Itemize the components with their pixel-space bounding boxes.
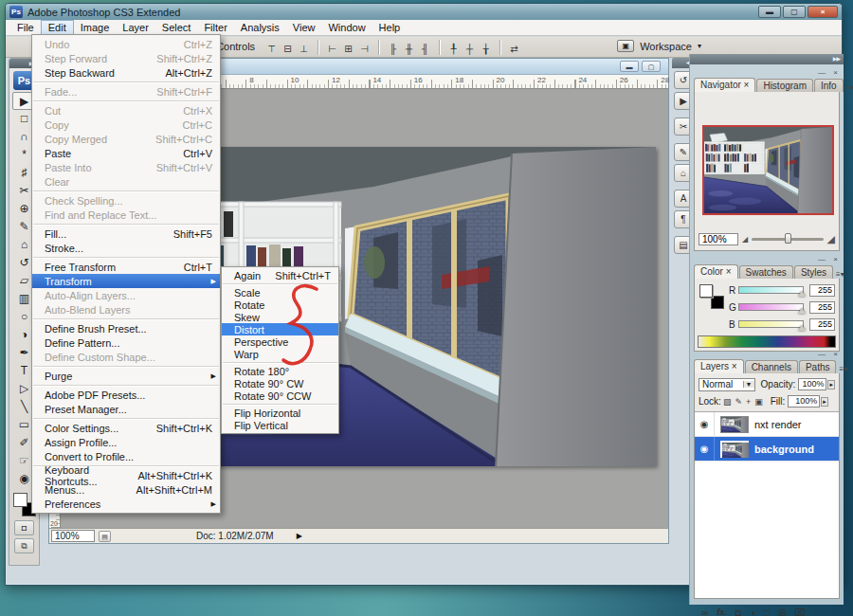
channel-slider[interactable]: [738, 320, 804, 328]
visibility-eye-icon[interactable]: ◉: [695, 412, 715, 436]
menubar-item-file[interactable]: File: [10, 20, 41, 35]
menubar-item-analysis[interactable]: Analysis: [234, 20, 286, 35]
slider-handle[interactable]: [785, 233, 791, 244]
menu-item-transform[interactable]: Transform▶: [32, 274, 220, 288]
workspace-menu[interactable]: ▣ Workspace ▾: [617, 40, 701, 52]
lock-icon[interactable]: ▣: [754, 397, 763, 407]
add-layer-mask-icon[interactable]: ◘: [735, 607, 741, 616]
screen-mode-button[interactable]: ⧉: [14, 538, 34, 553]
channel-slider[interactable]: [738, 286, 804, 294]
opacity-field[interactable]: 100%: [798, 378, 826, 390]
menu-item-auto-align-layers[interactable]: Auto-Align Layers...: [32, 288, 220, 302]
align-icon[interactable]: ⊢: [325, 41, 339, 55]
menu-item-cut[interactable]: CutCtrl+X: [32, 103, 220, 118]
navigator-zoom-field[interactable]: 100%: [699, 233, 738, 245]
dock-collapse-button[interactable]: ▶▶: [690, 54, 844, 64]
tab-info[interactable]: Info: [814, 79, 844, 92]
menu-item-rotate-90-cw[interactable]: Rotate 90° CW: [222, 377, 338, 390]
delete-layer-icon[interactable]: ⌧: [794, 607, 806, 616]
color-panel-swatches[interactable]: [699, 284, 724, 309]
panel-minimize-icon[interactable]: —: [818, 350, 826, 358]
panel-minimize-icon[interactable]: —: [818, 255, 826, 263]
menu-item-adobe-pdf-presets[interactable]: Adobe PDF Presets...: [32, 388, 220, 402]
menu-item-free-transform[interactable]: Free TransformCtrl+T: [32, 260, 220, 274]
menu-item-purge[interactable]: Purge▶: [32, 369, 220, 383]
new-group-icon[interactable]: □: [764, 607, 770, 616]
tab-styles[interactable]: Styles: [794, 265, 833, 279]
menu-item-flip-horizontal[interactable]: Flip Horizontal: [222, 407, 338, 419]
menu-item-clear[interactable]: Clear: [32, 174, 220, 189]
panel-menu-icon[interactable]: ≡▾: [844, 83, 853, 92]
align-icon[interactable]: ┼: [463, 41, 477, 55]
menu-item-color-settings[interactable]: Color Settings...Shift+Ctrl+K: [32, 421, 220, 435]
minimize-button[interactable]: ▬: [758, 6, 781, 18]
opacity-arrow-icon[interactable]: ▸: [827, 380, 835, 390]
menubar-item-view[interactable]: View: [286, 20, 322, 35]
menu-item-menus[interactable]: Menus...Alt+Shift+Ctrl+M: [32, 482, 220, 497]
foreground-color-swatch[interactable]: [699, 284, 713, 298]
panel-menu-icon[interactable]: ≡▾: [834, 270, 846, 279]
channel-value-field[interactable]: 255: [809, 284, 835, 297]
auto-align-icon[interactable]: ⇄: [507, 41, 521, 55]
panel-minimize-icon[interactable]: —: [818, 68, 826, 77]
lock-icon[interactable]: +: [746, 397, 751, 407]
layer-style-icon[interactable]: fx.: [717, 607, 727, 616]
menubar-item-layer[interactable]: Layer: [116, 20, 155, 35]
slider-thumb-icon[interactable]: [798, 325, 806, 331]
menu-item-preferences[interactable]: Preferences▶: [32, 497, 220, 511]
menu-item-flip-vertical[interactable]: Flip Vertical: [222, 419, 338, 431]
menu-item-step-backward[interactable]: Step BackwardAlt+Ctrl+Z: [32, 65, 220, 80]
channel-value-field[interactable]: 255: [809, 301, 835, 314]
zoom-level-field[interactable]: 100%: [51, 530, 95, 542]
new-layer-icon[interactable]: ⊞: [778, 607, 786, 616]
fill-field[interactable]: 100%: [788, 395, 820, 408]
menu-item-stroke[interactable]: Stroke...: [32, 241, 220, 255]
menu-item-preset-manager[interactable]: Preset Manager...: [32, 402, 220, 416]
align-icon[interactable]: ╁: [479, 41, 493, 55]
foreground-color-swatch[interactable]: [13, 493, 27, 507]
menu-item-keyboard-shortcuts[interactable]: Keyboard Shortcuts...Alt+Shift+Ctrl+K: [32, 468, 220, 482]
menubar-item-edit[interactable]: Edit: [41, 20, 74, 35]
panel-close-icon[interactable]: ×: [833, 68, 838, 77]
doc-minimize-button[interactable]: ▬: [620, 61, 639, 72]
menu-item-copy-merged[interactable]: Copy MergedShift+Ctrl+C: [32, 132, 220, 146]
menu-item-define-custom-shape[interactable]: Define Custom Shape...: [32, 350, 220, 364]
align-icon[interactable]: ⊤: [264, 41, 279, 55]
visibility-eye-icon[interactable]: ◉: [695, 437, 715, 461]
doc-restore-button[interactable]: ▢: [642, 61, 661, 72]
tab-histogram[interactable]: Histogram: [756, 79, 813, 92]
title-bar[interactable]: Ps Adobe Photoshop CS3 Extended ▬ ▢ ×: [6, 4, 842, 20]
tab-swatches[interactable]: Swatches: [739, 265, 793, 279]
menu-item-undo[interactable]: UndoCtrl+Z: [32, 37, 220, 51]
slider-thumb-icon[interactable]: [798, 291, 806, 297]
menu-item-define-brush-preset[interactable]: Define Brush Preset...: [32, 321, 220, 335]
menu-item-paste-into[interactable]: Paste IntoShift+Ctrl+V: [32, 160, 220, 174]
menubar-item-help[interactable]: Help: [372, 20, 408, 35]
tab-color[interactable]: Color ×: [694, 264, 738, 279]
menu-item-paste[interactable]: PasteCtrl+V: [32, 146, 220, 160]
layer-row-background[interactable]: ◉background: [695, 437, 839, 462]
align-icon[interactable]: ╫: [402, 41, 416, 55]
new-adjustment-layer-icon[interactable]: ◑: [750, 607, 755, 616]
panel-close-icon[interactable]: ×: [833, 350, 838, 358]
menu-item-auto-blend-layers[interactable]: Auto-Blend Layers: [32, 302, 220, 317]
menu-item-check-spelling[interactable]: Check Spelling...: [32, 193, 220, 208]
menu-item-define-pattern[interactable]: Define Pattern...: [32, 335, 220, 350]
maximize-button[interactable]: ▢: [783, 6, 806, 18]
align-icon[interactable]: ╢: [418, 41, 432, 55]
navigator-preview[interactable]: [702, 125, 834, 215]
status-flyout-arrow[interactable]: ▶: [297, 532, 302, 540]
align-icon[interactable]: ⊥: [297, 41, 311, 55]
blend-mode-select[interactable]: Normal▼: [699, 378, 755, 391]
menubar-item-select[interactable]: Select: [155, 20, 198, 35]
align-icon[interactable]: ╀: [446, 41, 461, 55]
channel-slider[interactable]: [738, 303, 804, 311]
slider-thumb-icon[interactable]: [798, 308, 806, 314]
tab-channels[interactable]: Channels: [745, 360, 798, 373]
menu-item-copy[interactable]: CopyCtrl+C: [32, 118, 220, 132]
align-icon[interactable]: ╟: [386, 41, 400, 55]
tab-navigator[interactable]: Navigator ×: [694, 78, 755, 92]
close-button[interactable]: ×: [808, 6, 838, 18]
align-icon[interactable]: ⊟: [281, 41, 295, 55]
panel-menu-icon[interactable]: ≡▾: [837, 365, 849, 373]
